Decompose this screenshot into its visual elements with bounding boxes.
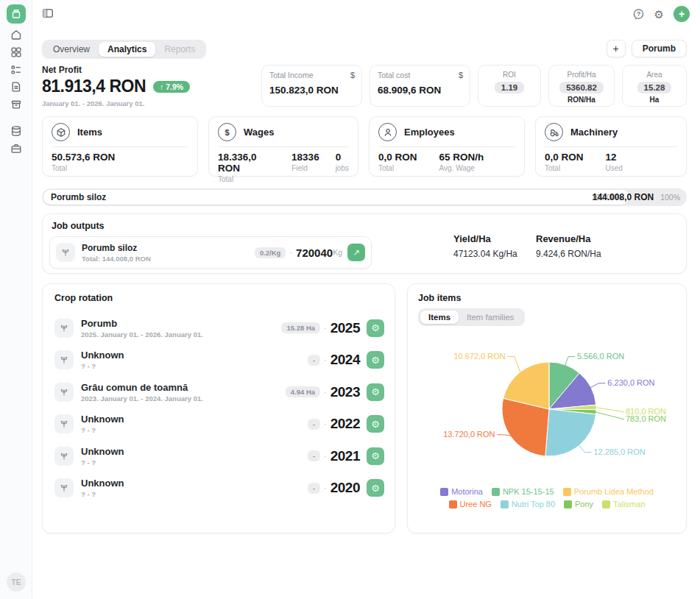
metric-label: Total: [52, 164, 115, 172]
svg-text:?: ?: [636, 10, 640, 18]
sidebar-item-tasks[interactable]: [10, 64, 22, 76]
year-settings-button[interactable]: ⚙: [367, 479, 384, 497]
area-badge: -: [308, 419, 320, 430]
crop-rotation-list: Porumb2025. January 01. - 2026. January …: [54, 312, 384, 504]
crop-rotation-row[interactable]: Porumb2025. January 01. - 2026. January …: [54, 312, 384, 344]
sprout-icon: [54, 383, 74, 402]
help-icon: ?: [632, 8, 645, 21]
job-output-stats: Yield/Ha 47123.04 Kg/Ha Revenue/Ha 9.424…: [453, 233, 601, 259]
year-settings-button[interactable]: ⚙: [367, 415, 384, 433]
legend-item[interactable]: NPK 15-15-15: [492, 487, 554, 496]
stat-value-badge: 15.28: [637, 82, 672, 93]
crop-period: ? - ?: [81, 426, 124, 434]
legend-swatch: [492, 488, 500, 496]
output-amount: 720040: [296, 247, 333, 259]
year-settings-button[interactable]: ⚙: [367, 447, 384, 465]
package-icon: [52, 123, 70, 141]
stat-value-badge: 1.19: [495, 82, 524, 93]
crop-selector: + Porumb: [607, 40, 687, 57]
briefcase-icon: [10, 143, 22, 155]
stat-profit-ha[interactable]: Profit/Ha 5360.82 RON/Ha: [548, 65, 615, 107]
stat-roi[interactable]: ROI 1.19: [478, 65, 541, 107]
year-label: 2023: [330, 384, 360, 400]
sidebar-toggle-button[interactable]: [42, 7, 54, 19]
net-profit-value: 81.913,4 RON: [42, 77, 146, 96]
legend-label: Porumb Lidea Method: [574, 487, 654, 496]
crop-rotation-row[interactable]: Grâu comun de toamnă2023. January 01. - …: [54, 376, 384, 408]
dot-separator: ·: [324, 388, 327, 397]
metric-value: 0: [336, 152, 349, 163]
crop-filter-button[interactable]: Porumb: [632, 40, 687, 57]
sidebar-item-dashboard[interactable]: [10, 46, 22, 58]
metric-label: jobs: [336, 164, 349, 172]
jar-logo-icon: [10, 8, 22, 20]
crop-period: ? - ?: [81, 458, 124, 467]
app-logo[interactable]: [7, 4, 26, 24]
home-icon: [10, 29, 22, 40]
year-settings-button[interactable]: ⚙: [367, 319, 384, 337]
year-label: 2020: [330, 480, 360, 496]
legend-item[interactable]: Motorina: [440, 487, 483, 496]
crop-value: 144.008,0 RON: [593, 192, 654, 202]
net-profit-period: January 01. - 2026. January 01.: [42, 99, 190, 107]
crop-progress-bar[interactable]: Porumb siloz 100.00% 144.008,0 RON 100%: [42, 188, 687, 206]
user-avatar[interactable]: TE: [7, 573, 26, 592]
help-button[interactable]: ?: [632, 8, 645, 21]
job-outputs-card: Job outputs Porumb siloz Total: 144.008,…: [42, 213, 687, 274]
sidebar-item-documents[interactable]: [10, 81, 22, 93]
grid-icon: [10, 46, 22, 58]
sprout-icon: [56, 243, 75, 262]
crop-rotation-card: Crop rotation Porumb2025. January 01. - …: [42, 283, 395, 534]
tab-items[interactable]: Items: [420, 311, 459, 324]
open-output-button[interactable]: ↗: [347, 244, 365, 261]
output-total: Total: 144.008,0 RON: [82, 255, 151, 263]
crop-name: Unknown: [81, 446, 124, 457]
sidebar-item-inventory[interactable]: [10, 125, 22, 137]
settings-button[interactable]: ⚙: [654, 8, 664, 21]
tab-overview[interactable]: Overview: [44, 42, 99, 57]
dot-separator: ·: [324, 419, 327, 428]
year-label: 2025: [330, 320, 360, 336]
legend-item[interactable]: Uree NG: [449, 500, 492, 508]
stat-total-income[interactable]: Total Income $ 150.823,0 RON: [261, 65, 362, 107]
crop-rotation-row[interactable]: Unknown? - ? -·2021⚙: [54, 440, 384, 472]
legend-item[interactable]: Talisman: [602, 500, 645, 508]
machinery-card[interactable]: Machinery 0,0 RONTotal 12Used: [535, 116, 687, 177]
crop-period: 2023. January 01. - 2024. January 01.: [81, 394, 203, 403]
legend-item[interactable]: Pony: [564, 500, 593, 508]
pie-legend: MotorinaNPK 15-15-15Porumb Lidea MethodU…: [415, 487, 679, 508]
sidebar-item-storage[interactable]: [10, 99, 22, 110]
arrow-up-right-icon: ↗: [353, 248, 359, 258]
crop-rotation-row[interactable]: Unknown? - ? -·2020⚙: [54, 472, 384, 505]
sidebar-item-work[interactable]: [10, 143, 22, 155]
tab-analytics[interactable]: Analytics: [99, 42, 155, 57]
sidebar-item-home[interactable]: [10, 29, 22, 40]
employees-card[interactable]: Employees 0,0 RONTotal 65 RON/hAvg. Wage: [369, 116, 525, 177]
items-card[interactable]: Items 50.573,6 RONTotal: [42, 116, 198, 177]
crop-rotation-row[interactable]: Unknown? - ? -·2022⚙: [54, 408, 384, 441]
stat-total-cost[interactable]: Total cost $ 68.909,6 RON: [370, 65, 470, 107]
dot-separator: ·: [324, 324, 327, 333]
job-output-item[interactable]: Porumb siloz Total: 144.008,0 RON 0.2/Kg…: [49, 236, 372, 269]
crop-rotation-row[interactable]: Unknown? - ? -·2024⚙: [54, 344, 384, 377]
stat-label: Area: [626, 71, 683, 79]
section-title: Crop rotation: [54, 293, 113, 303]
wages-card[interactable]: $ Wages 18.336,0 RONTotal 18336Field 0jo…: [208, 116, 358, 177]
gear-icon: ⚙: [371, 386, 380, 397]
sprout-icon: [54, 447, 74, 466]
stat-value: 9.424,6 RON/Ha: [536, 249, 601, 259]
crop-period: ? - ?: [81, 490, 124, 498]
stat-unit: Ha: [626, 96, 683, 104]
legend-item[interactable]: Nutri Top 80: [501, 500, 555, 508]
legend-label: Uree NG: [460, 500, 492, 508]
person-icon: [378, 123, 397, 141]
add-crop-button[interactable]: +: [607, 40, 626, 57]
year-settings-button[interactable]: ⚙: [367, 383, 384, 401]
tab-reports[interactable]: Reports: [155, 42, 204, 57]
tab-item-families[interactable]: Item families: [459, 311, 523, 324]
legend-swatch: [449, 500, 457, 508]
stat-area[interactable]: Area 15.28 Ha: [622, 65, 687, 107]
year-settings-button[interactable]: ⚙: [367, 351, 384, 369]
legend-item[interactable]: Porumb Lidea Method: [563, 487, 654, 496]
add-button[interactable]: +: [674, 6, 690, 22]
